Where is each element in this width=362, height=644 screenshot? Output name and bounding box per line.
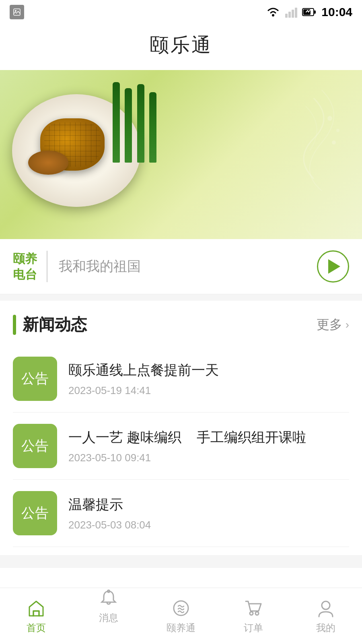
nav-label-mine: 我的 bbox=[316, 621, 335, 634]
svg-point-18 bbox=[250, 612, 253, 615]
nav-item-mine[interactable]: 我的 bbox=[290, 598, 362, 634]
svg-rect-5 bbox=[292, 10, 294, 18]
news-item[interactable]: 公告 一人一艺 趣味编织 手工编织组开课啦 2023-05-10 09:41 bbox=[13, 413, 349, 480]
svg-point-12 bbox=[332, 140, 336, 144]
svg-rect-4 bbox=[288, 12, 291, 18]
chevron-right-icon: › bbox=[346, 318, 349, 331]
news-badge-3: 公告 bbox=[13, 491, 57, 535]
status-bar: 10:04 bbox=[0, 0, 362, 24]
thumbnail-icon bbox=[10, 5, 24, 19]
news-item[interactable]: 公告 温馨提示 2023-05-03 08:04 bbox=[13, 480, 349, 547]
svg-rect-3 bbox=[285, 14, 288, 18]
yiyangtong-icon bbox=[171, 598, 191, 618]
news-item[interactable]: 公告 颐乐通线上点餐提前一天 2023-05-19 14:41 bbox=[13, 345, 349, 413]
news-item-time-3: 2023-05-03 08:04 bbox=[68, 519, 349, 531]
bottom-divider bbox=[0, 555, 362, 568]
bottom-nav: 首页 消息 颐养通 订单 bbox=[0, 588, 362, 644]
news-badge-text-2: 公告 bbox=[21, 437, 49, 455]
news-badge-text-1: 公告 bbox=[21, 369, 49, 388]
news-content-2: 一人一艺 趣味编织 手工编织组开课啦 2023-05-10 09:41 bbox=[68, 428, 349, 464]
nav-item-order[interactable]: 订单 bbox=[217, 598, 290, 634]
food-asparagus bbox=[113, 82, 156, 164]
nav-label-yiyangtong: 颐养通 bbox=[167, 621, 195, 634]
news-item-title-1: 颐乐通线上点餐提前一天 bbox=[68, 361, 349, 380]
news-section: 新闻动态 更多 › 公告 颐乐通线上点餐提前一天 2023-05-19 14:4… bbox=[0, 301, 362, 547]
news-badge-1: 公告 bbox=[13, 357, 57, 401]
nav-item-message[interactable]: 消息 bbox=[72, 608, 145, 624]
status-icons: 10:04 bbox=[266, 5, 352, 19]
nav-label-home: 首页 bbox=[27, 621, 46, 634]
wifi-icon bbox=[266, 6, 280, 18]
person-icon bbox=[316, 598, 336, 618]
main-content: 颐养电台 我和我的祖国 新闻动态 更多 › 公告 颐乐通线上点餐提前一天 2 bbox=[0, 70, 362, 632]
banner-swirl bbox=[233, 78, 354, 199]
news-item-time-2: 2023-05-10 09:41 bbox=[68, 452, 349, 464]
svg-point-10 bbox=[327, 116, 332, 121]
play-triangle-icon bbox=[328, 259, 340, 274]
svg-rect-6 bbox=[295, 8, 297, 18]
radio-play-button[interactable] bbox=[317, 250, 349, 283]
nav-label-order: 订单 bbox=[244, 621, 263, 634]
svg-point-2 bbox=[272, 14, 274, 17]
news-section-title: 新闻动态 bbox=[23, 314, 87, 336]
section-divider bbox=[0, 294, 362, 301]
news-content-1: 颐乐通线上点餐提前一天 2023-05-19 14:41 bbox=[68, 361, 349, 397]
svg-point-19 bbox=[255, 612, 259, 615]
news-header-left: 新闻动态 bbox=[13, 314, 87, 336]
status-time: 10:04 bbox=[321, 5, 352, 19]
news-content-3: 温馨提示 2023-05-03 08:04 bbox=[68, 495, 349, 532]
news-more-button[interactable]: 更多 › bbox=[317, 316, 349, 334]
nav-label-message: 消息 bbox=[99, 611, 118, 624]
battery-icon bbox=[302, 7, 317, 17]
cart-icon bbox=[243, 598, 263, 618]
signal-icon bbox=[285, 6, 297, 18]
news-item-title-3: 温馨提示 bbox=[68, 495, 349, 514]
news-more-label: 更多 bbox=[317, 316, 342, 334]
nav-item-yiyangtong[interactable]: 颐养通 bbox=[145, 598, 217, 634]
svg-point-11 bbox=[336, 129, 339, 132]
radio-song-title: 我和我的祖国 bbox=[47, 257, 317, 276]
food-mushroom bbox=[28, 151, 68, 175]
home-icon bbox=[26, 598, 46, 618]
radio-label: 颐养电台 bbox=[13, 251, 47, 282]
nav-item-home[interactable]: 首页 bbox=[0, 598, 72, 634]
news-header: 新闻动态 更多 › bbox=[13, 301, 349, 345]
news-indicator bbox=[13, 315, 16, 335]
header: 颐乐通 bbox=[0, 24, 362, 70]
banner bbox=[0, 70, 362, 239]
news-item-title-2: 一人一艺 趣味编织 手工编织组开课啦 bbox=[68, 428, 349, 447]
svg-point-1 bbox=[15, 10, 16, 12]
svg-point-20 bbox=[322, 601, 330, 609]
bell-icon bbox=[99, 588, 119, 608]
svg-rect-9 bbox=[303, 9, 311, 15]
news-badge-2: 公告 bbox=[13, 424, 57, 468]
svg-rect-8 bbox=[314, 10, 316, 14]
news-badge-text-3: 公告 bbox=[21, 504, 49, 522]
app-title: 颐乐通 bbox=[0, 32, 362, 58]
radio-section[interactable]: 颐养电台 我和我的祖国 bbox=[0, 239, 362, 294]
news-item-time-1: 2023-05-19 14:41 bbox=[68, 384, 349, 397]
svg-point-17 bbox=[174, 601, 188, 615]
svg-rect-13 bbox=[33, 611, 39, 616]
